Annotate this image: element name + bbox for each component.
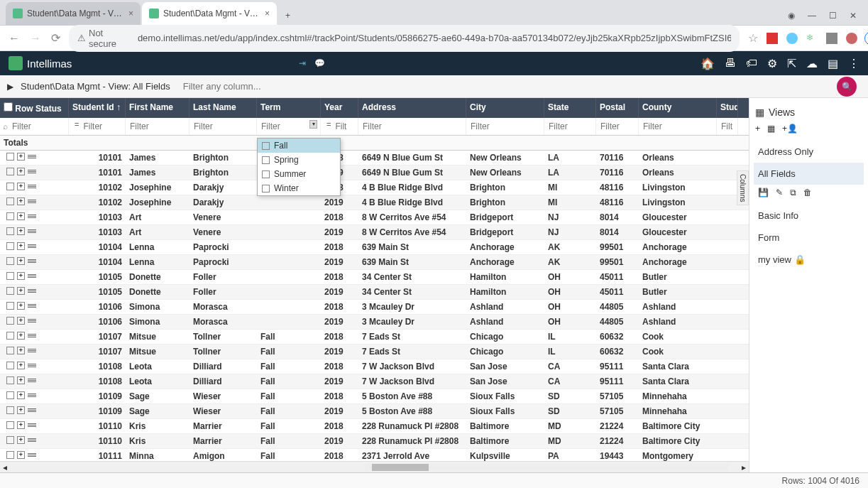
filter-postal[interactable]	[599, 120, 635, 133]
expand-icon[interactable]: +	[17, 168, 25, 175]
expand-icon[interactable]: +	[17, 183, 25, 190]
expand-icon[interactable]: +	[17, 406, 25, 414]
filter-year[interactable]	[334, 120, 355, 133]
new-tab-button[interactable]: +	[278, 6, 297, 25]
option-checkbox[interactable]	[262, 142, 270, 150]
close-window-icon[interactable]: ✕	[850, 11, 857, 21]
table-row[interactable]: +10101JamesBrighton20196649 N Blue Gum S…	[0, 166, 749, 180]
row-menu-icon[interactable]	[28, 259, 36, 263]
table-row[interactable]: +10108LeotaDilliardFall20197 W Jackson B…	[0, 374, 749, 389]
row-menu-icon[interactable]	[28, 334, 36, 337]
filter-city[interactable]	[469, 120, 541, 133]
url-input[interactable]: ⚠ Not secure demo.intellimas.net/edu/app…	[69, 25, 740, 52]
col-state[interactable]: State	[544, 98, 596, 118]
scrollbar-thumb[interactable]	[372, 464, 429, 471]
edit-view-icon[interactable]: ✎	[776, 188, 783, 197]
minimize-icon[interactable]: —	[808, 11, 816, 21]
expand-icon[interactable]: +	[17, 212, 25, 220]
filter-address[interactable]	[361, 120, 463, 133]
table-row[interactable]: +10101JamesBrighton20186649 N Blue Gum S…	[0, 151, 749, 166]
global-filter-input[interactable]	[180, 78, 294, 94]
row-checkbox[interactable]	[6, 168, 14, 175]
term-option-summer[interactable]: Summer	[258, 167, 340, 181]
table-row[interactable]: +10109SageWieserFall20195 Boston Ave #88…	[0, 404, 749, 419]
view-item-form[interactable]: Form	[754, 227, 864, 249]
back-icon[interactable]: ←	[7, 32, 21, 45]
filter-state[interactable]	[547, 120, 593, 133]
row-checkbox[interactable]	[6, 391, 14, 399]
table-row[interactable]: +10105DonetteFoller201934 Center StHamil…	[0, 285, 749, 300]
ext-icon-2[interactable]	[786, 33, 798, 44]
row-checkbox[interactable]	[6, 227, 14, 235]
filter-icon[interactable]: ⌕	[3, 121, 8, 131]
col-year[interactable]: Year	[321, 98, 358, 118]
ext-icon-3[interactable]: ❄	[806, 33, 818, 44]
table-row[interactable]: +10104LennaPaprocki2018639 Main StAnchor…	[0, 240, 749, 255]
not-secure-badge[interactable]: ⚠ Not secure	[77, 28, 132, 49]
select-all-checkbox[interactable]	[4, 102, 13, 112]
col-address[interactable]: Address	[358, 98, 466, 118]
update-button[interactable]: Update	[864, 31, 868, 45]
row-menu-icon[interactable]	[28, 364, 36, 367]
option-checkbox[interactable]	[262, 156, 270, 164]
row-menu-icon[interactable]	[28, 200, 36, 203]
table-row[interactable]: +10111MinnaAmigonFall20182371 Jerrold Av…	[0, 449, 749, 461]
row-menu-icon[interactable]	[28, 394, 36, 397]
row-checkbox[interactable]	[6, 272, 14, 280]
reload-icon[interactable]: ⟳	[50, 31, 62, 45]
filter-status[interactable]	[11, 120, 65, 133]
expand-icon[interactable]: +	[17, 272, 25, 280]
row-menu-icon[interactable]	[28, 349, 36, 352]
delete-view-icon[interactable]: 🗑	[803, 188, 812, 197]
tag-icon[interactable]: 🏷	[746, 57, 757, 70]
row-checkbox[interactable]	[6, 257, 14, 265]
row-checkbox[interactable]	[6, 183, 14, 190]
filter-id[interactable]	[82, 120, 122, 133]
row-menu-icon[interactable]	[28, 319, 36, 322]
expand-icon[interactable]: +	[17, 153, 25, 161]
ext-icon-4[interactable]	[826, 33, 837, 44]
share-icon[interactable]: ⇥	[299, 58, 306, 68]
row-checkbox[interactable]	[6, 406, 14, 414]
filter-firstname[interactable]	[128, 120, 186, 133]
view-item-all-fields[interactable]: All Fields	[754, 163, 864, 185]
row-menu-icon[interactable]	[28, 304, 36, 308]
expand-icon[interactable]: +	[17, 436, 25, 444]
layout-icon[interactable]: ▤	[828, 57, 838, 70]
close-tab-icon[interactable]: ×	[128, 9, 133, 18]
term-option-spring[interactable]: Spring	[258, 153, 340, 167]
table-row[interactable]: +10110KrisMarrierFall2019228 Runamuck Pl…	[0, 434, 749, 449]
expand-icon[interactable]: +	[17, 287, 25, 295]
play-icon[interactable]: ▶	[7, 82, 13, 92]
op-equals[interactable]: =	[72, 120, 82, 133]
row-menu-icon[interactable]	[28, 244, 36, 248]
filter-term[interactable]	[260, 120, 309, 133]
grid-body[interactable]: Columns +10101JamesBrighton20186649 N Bl…	[0, 151, 749, 461]
col-last-name[interactable]: Last Name	[189, 98, 257, 118]
horizontal-scrollbar[interactable]: ◂ ▸	[0, 461, 749, 472]
view-item-my-view[interactable]: my view 🔒	[754, 249, 864, 271]
expand-icon[interactable]: +	[17, 317, 25, 325]
filter-county[interactable]	[642, 120, 713, 133]
grid-icon[interactable]: ▦	[755, 107, 764, 118]
chat-icon[interactable]: 💬	[314, 58, 325, 68]
row-checkbox[interactable]	[6, 347, 14, 354]
star-icon[interactable]: ☆	[747, 31, 759, 45]
columns-panel-toggle[interactable]: Columns	[737, 170, 749, 205]
table-row[interactable]: +10110KrisMarrierFall2018228 Runamuck Pl…	[0, 419, 749, 434]
option-checkbox[interactable]	[262, 185, 270, 193]
expand-icon[interactable]: +	[17, 197, 25, 205]
home-icon[interactable]: 🏠	[701, 57, 715, 70]
account-icon[interactable]: ◉	[788, 11, 795, 21]
table-row[interactable]: +10105DonetteFoller201834 Center StHamil…	[0, 270, 749, 285]
print-icon[interactable]: 🖶	[725, 57, 736, 70]
expand-icon[interactable]: +	[17, 332, 25, 340]
expand-icon[interactable]: +	[17, 242, 25, 250]
expand-icon[interactable]: +	[17, 376, 25, 384]
table-row[interactable]: +10106SimonaMorasca20183 Mcauley DrAshla…	[0, 300, 749, 315]
add-view-icon[interactable]: +	[755, 124, 760, 134]
table-row[interactable]: +10102JosephineDarakjy20194 B Blue Ridge…	[0, 195, 749, 210]
col-term[interactable]: Term	[257, 98, 321, 118]
browser-tab-2[interactable]: Student\Data Mgmt - View: All F... ×	[142, 2, 277, 25]
table-row[interactable]: +10104LennaPaprocki2019639 Main StAnchor…	[0, 255, 749, 270]
